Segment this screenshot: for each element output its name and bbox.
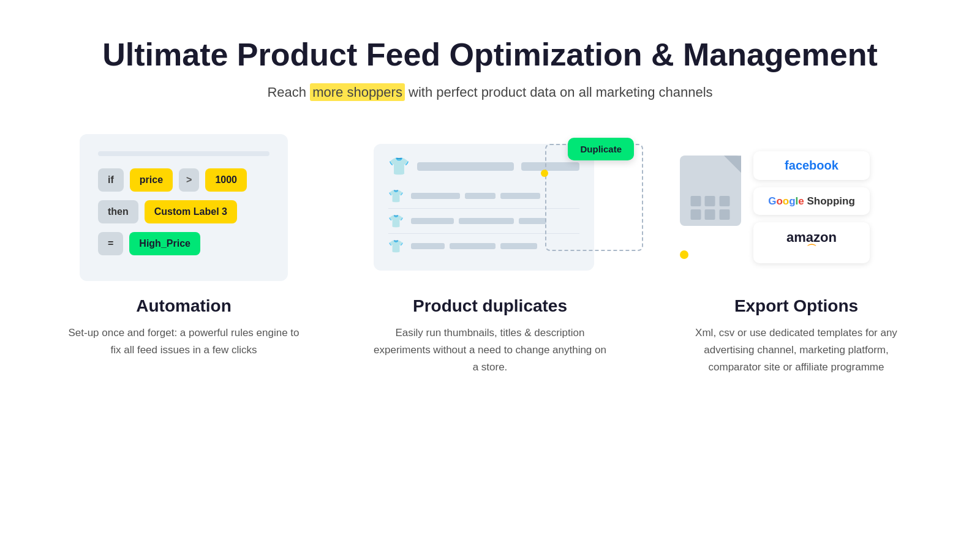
rule-row-3: = High_Price: [98, 232, 270, 255]
dup-rows: 👕 👕: [388, 184, 579, 258]
dup-row-content-3: [411, 243, 579, 249]
google-g2: g: [789, 195, 795, 207]
dup-header-row: 👕: [388, 156, 579, 176]
dup-header-bar-short: [521, 162, 579, 171]
channel-facebook-badge: facebook: [753, 151, 870, 180]
automation-title: Automation: [136, 296, 232, 316]
google-o2: o: [783, 195, 789, 207]
subtitle-highlight: more shoppers: [310, 83, 405, 101]
dup-bar-f: [519, 218, 546, 224]
tshirt-icon-1: 👕: [388, 189, 404, 203]
facebook-label: facebook: [785, 159, 839, 172]
export-yellow-dot: [680, 250, 688, 259]
dup-bar-d: [411, 218, 454, 224]
tshirt-icon-2: 👕: [388, 214, 404, 228]
file-grid: [691, 196, 731, 220]
dup-row-content-2: [411, 218, 579, 224]
duplicates-illustration: 👕 👕: [355, 137, 625, 278]
export-illustration: facebook Google Shopping amazon ⌒: [662, 137, 931, 278]
google-o1: o: [776, 195, 782, 207]
file-cell-4: [691, 209, 701, 220]
file-cell-1: [691, 196, 701, 206]
rule-action-chip: Custom Label 3: [145, 200, 237, 223]
dup-bar-e: [459, 218, 514, 224]
rule-value-chip: 1000: [205, 168, 247, 192]
feature-product-duplicates: 👕 👕: [355, 137, 625, 376]
duplicates-title: Product duplicates: [413, 296, 567, 316]
rule-price-chip: price: [130, 168, 173, 192]
google-e: e: [798, 195, 804, 207]
dup-bar-a: [411, 193, 460, 199]
feature-automation: if price > 1000 then Custom Label 3 = Hi…: [49, 137, 318, 359]
amazon-arrow-icon: ⌒: [767, 243, 856, 256]
file-cell-6: [719, 209, 729, 220]
dup-header-bar: [417, 162, 514, 171]
channel-google-badge: Google Shopping: [753, 187, 870, 215]
dup-bar-c: [500, 193, 540, 199]
rule-then-chip: then: [98, 200, 138, 223]
export-title: Export Options: [734, 296, 858, 316]
google-label: Google Shopping: [768, 195, 855, 207]
feature-export: facebook Google Shopping amazon ⌒ Export…: [662, 137, 931, 376]
dup-bar-b: [465, 193, 496, 199]
google-g: G: [768, 195, 776, 207]
dup-row-3: 👕: [388, 234, 579, 258]
rule-op-chip: >: [179, 168, 199, 192]
tshirt-icon-3: 👕: [388, 239, 404, 253]
rule-result-chip: High_Price: [129, 232, 200, 255]
channel-list: facebook Google Shopping amazon ⌒: [753, 151, 870, 263]
dup-bar-i: [500, 243, 537, 249]
page-header: Ultimate Product Feed Optimization & Man…: [102, 37, 877, 100]
dup-row-content-1: [411, 193, 579, 199]
duplicates-desc: Easily run thumbnails, titles & descript…: [374, 324, 606, 376]
file-cell-5: [705, 209, 715, 220]
file-cell-3: [719, 196, 729, 206]
channel-amazon-badge: amazon ⌒: [753, 222, 870, 263]
dup-row-1: 👕: [388, 184, 579, 209]
duplicate-badge: Duplicate: [568, 138, 634, 160]
rule-row-1: if price > 1000: [98, 168, 270, 192]
rule-if-chip: if: [98, 168, 124, 192]
automation-desc: Set-up once and forget: a powerful rules…: [67, 324, 300, 359]
rule-eq-chip: =: [98, 232, 123, 255]
rule-row-2: then Custom Label 3: [98, 200, 270, 223]
subtitle-suffix: with perfect product data on all marketi…: [405, 84, 713, 100]
features-section: if price > 1000 then Custom Label 3 = Hi…: [49, 137, 931, 376]
automation-card: if price > 1000 then Custom Label 3 = Hi…: [80, 134, 288, 281]
export-desc: Xml, csv or use dedicated templates for …: [680, 324, 913, 376]
file-cell-2: [705, 196, 715, 206]
dup-bar-h: [450, 243, 496, 249]
dup-row-2: 👕: [388, 209, 579, 234]
duplicates-card: 👕 👕: [374, 144, 594, 271]
export-card: facebook Google Shopping amazon ⌒: [680, 151, 913, 263]
dup-bar-g: [411, 243, 445, 249]
automation-illustration: if price > 1000 then Custom Label 3 = Hi…: [49, 137, 318, 278]
page-title: Ultimate Product Feed Optimization & Man…: [102, 37, 877, 73]
tshirt-main-icon: 👕: [388, 156, 410, 176]
subtitle-prefix: Reach: [267, 84, 310, 100]
page-subtitle: Reach more shoppers with perfect product…: [102, 84, 877, 100]
file-icon: [680, 156, 741, 226]
